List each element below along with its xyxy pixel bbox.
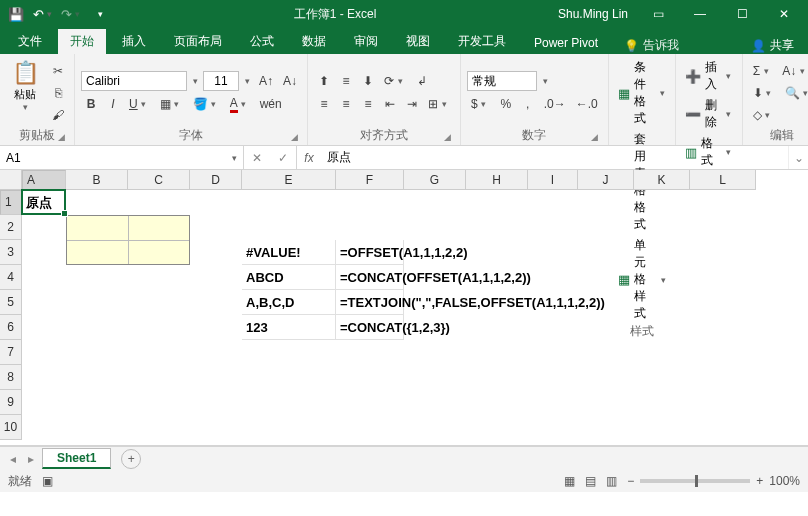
- name-box[interactable]: A1▾: [0, 146, 244, 169]
- fx-icon[interactable]: fx: [297, 146, 321, 169]
- view-normal-icon[interactable]: ▦: [564, 474, 575, 488]
- cell[interactable]: C: [66, 240, 128, 265]
- wrap-text-icon[interactable]: ↲: [412, 71, 432, 91]
- col-header[interactable]: I: [528, 170, 578, 190]
- dialog-launcher-icon[interactable]: ◢: [287, 129, 301, 143]
- row-header[interactable]: 8: [0, 365, 22, 390]
- row-header[interactable]: 7: [0, 340, 22, 365]
- merge-icon[interactable]: ⊞▾: [424, 94, 454, 114]
- align-middle-icon[interactable]: ≡: [336, 71, 356, 91]
- copy-icon[interactable]: ⎘: [48, 83, 68, 103]
- delete-cells-button[interactable]: ➖删除▾: [682, 96, 736, 132]
- decimal-inc-icon[interactable]: .0→: [540, 94, 570, 114]
- col-header[interactable]: L: [690, 170, 756, 190]
- conditional-format-button[interactable]: ▦条件格式▾: [615, 58, 669, 128]
- cell[interactable]: ABCD: [242, 265, 336, 290]
- tab-home[interactable]: 开始: [58, 29, 106, 54]
- col-header[interactable]: D: [190, 170, 242, 190]
- find-icon[interactable]: 🔍▾: [781, 83, 808, 103]
- cell[interactable]: B: [128, 215, 190, 240]
- macro-record-icon[interactable]: ▣: [42, 474, 53, 488]
- cell[interactable]: =CONCAT({1,2,3}): [336, 315, 404, 340]
- col-header[interactable]: G: [404, 170, 466, 190]
- cell[interactable]: D: [128, 240, 190, 265]
- decimal-dec-icon[interactable]: ←.0: [572, 94, 602, 114]
- clear-icon[interactable]: ◇▾: [749, 105, 778, 125]
- comma-icon[interactable]: ,: [518, 94, 538, 114]
- tab-layout[interactable]: 页面布局: [162, 29, 234, 54]
- border-icon[interactable]: ▦▾: [156, 94, 187, 114]
- tab-view[interactable]: 视图: [394, 29, 442, 54]
- formula-bar[interactable]: 原点: [321, 146, 788, 169]
- tab-powerpivot[interactable]: Power Pivot: [522, 32, 610, 54]
- row-header[interactable]: 5: [0, 290, 22, 315]
- tab-dev[interactable]: 开发工具: [446, 29, 518, 54]
- tab-review[interactable]: 审阅: [342, 29, 390, 54]
- col-header[interactable]: K: [634, 170, 690, 190]
- redo-icon[interactable]: ↷▾: [60, 2, 84, 26]
- indent-inc-icon[interactable]: ⇥: [402, 94, 422, 114]
- zoom-level[interactable]: 100%: [769, 474, 800, 488]
- paste-button[interactable]: 📋粘贴▾: [6, 58, 44, 127]
- col-header[interactable]: E: [242, 170, 336, 190]
- cell[interactable]: =TEXTJOIN(",",FALSE,OFFSET(A1,1,1,2,2)): [336, 290, 404, 315]
- save-icon[interactable]: 💾: [4, 2, 28, 26]
- add-sheet-button[interactable]: +: [121, 449, 141, 469]
- tell-me[interactable]: 💡 告诉我: [624, 37, 679, 54]
- ribbon-options-icon[interactable]: ▭: [638, 0, 678, 28]
- row-header[interactable]: 2: [0, 215, 22, 240]
- sheet-nav-last-icon[interactable]: ▸: [24, 452, 38, 466]
- number-format-select[interactable]: 常规: [467, 71, 537, 91]
- row-header[interactable]: 10: [0, 415, 22, 440]
- sheet-nav-first-icon[interactable]: ◂: [6, 452, 20, 466]
- cell[interactable]: 123: [242, 315, 336, 340]
- autosum-icon[interactable]: Σ▾: [749, 61, 776, 81]
- cell[interactable]: =CONCAT(OFFSET(A1,1,1,2,2)): [336, 265, 404, 290]
- qat-more-icon[interactable]: ▾: [88, 2, 112, 26]
- row-header[interactable]: 3: [0, 240, 22, 265]
- user-name[interactable]: Shu.Ming Lin: [558, 7, 628, 21]
- font-name-select[interactable]: Calibri: [81, 71, 187, 91]
- dialog-launcher-icon[interactable]: ◢: [588, 129, 602, 143]
- row-header[interactable]: 1: [0, 190, 22, 215]
- view-break-icon[interactable]: ▥: [606, 474, 617, 488]
- close-icon[interactable]: ✕: [764, 0, 804, 28]
- cancel-formula-icon[interactable]: ✕: [244, 151, 270, 165]
- col-header[interactable]: F: [336, 170, 404, 190]
- spreadsheet-grid[interactable]: ABCDEFGHIJKL 12345678910 原点ABCD#VALUE!=O…: [0, 170, 808, 446]
- col-header[interactable]: C: [128, 170, 190, 190]
- format-painter-icon[interactable]: 🖌: [48, 105, 68, 125]
- cell[interactable]: #VALUE!: [242, 240, 336, 265]
- sort-filter-icon[interactable]: A↓▾: [778, 61, 808, 81]
- underline-button[interactable]: U▾: [125, 94, 154, 114]
- share-button[interactable]: 👤 共享: [743, 37, 802, 54]
- cell[interactable]: A: [66, 215, 128, 240]
- dialog-launcher-icon[interactable]: ◢: [440, 129, 454, 143]
- orientation-icon[interactable]: ⟳▾: [380, 71, 410, 91]
- col-header[interactable]: H: [466, 170, 528, 190]
- expand-formula-icon[interactable]: ⌄: [788, 146, 808, 169]
- select-all-corner[interactable]: [0, 170, 22, 190]
- tab-data[interactable]: 数据: [290, 29, 338, 54]
- increase-font-icon[interactable]: A↑: [255, 71, 277, 91]
- insert-cells-button[interactable]: ➕插入▾: [682, 58, 736, 94]
- row-header[interactable]: 9: [0, 390, 22, 415]
- fill-color-icon[interactable]: 🪣▾: [189, 94, 224, 114]
- cut-icon[interactable]: ✂: [48, 61, 68, 81]
- percent-icon[interactable]: %: [496, 94, 516, 114]
- bold-button[interactable]: B: [81, 94, 101, 114]
- row-header[interactable]: 6: [0, 315, 22, 340]
- zoom-slider[interactable]: − + 100%: [627, 474, 800, 488]
- tab-insert[interactable]: 插入: [110, 29, 158, 54]
- font-color-icon[interactable]: A▾: [226, 94, 254, 114]
- tab-file[interactable]: 文件: [6, 29, 54, 54]
- font-size-select[interactable]: 11: [203, 71, 239, 91]
- align-bottom-icon[interactable]: ⬇: [358, 71, 378, 91]
- italic-button[interactable]: I: [103, 94, 123, 114]
- col-header[interactable]: J: [578, 170, 634, 190]
- accept-formula-icon[interactable]: ✓: [270, 151, 296, 165]
- align-center-icon[interactable]: ≡: [336, 94, 356, 114]
- currency-icon[interactable]: $▾: [467, 94, 494, 114]
- tab-formula[interactable]: 公式: [238, 29, 286, 54]
- zoom-in-icon[interactable]: +: [756, 474, 763, 488]
